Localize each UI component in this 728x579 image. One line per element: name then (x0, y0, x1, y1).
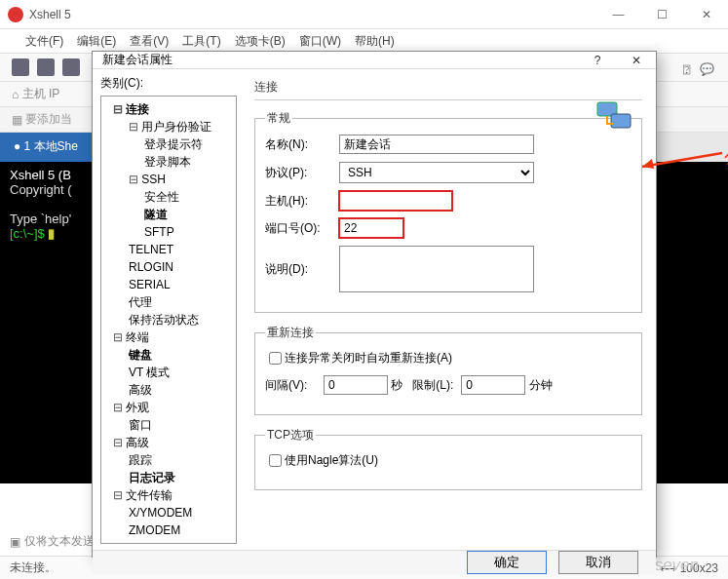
tree-keepalive[interactable]: 保持活动状态 (103, 311, 234, 328)
svg-marker-3 (642, 159, 654, 169)
dialog-help-button[interactable]: ? (578, 54, 617, 67)
unit-sec: 秒 (391, 377, 402, 394)
tool-dropdown-icon[interactable] (62, 58, 80, 76)
protocol-select[interactable]: SSH (339, 162, 534, 183)
tree-telnet[interactable]: TELNET (103, 241, 234, 258)
port-label: 端口号(O): (265, 220, 339, 237)
name-label: 名称(N): (265, 136, 339, 153)
tree-login-script[interactable]: 登录脚本 (103, 153, 234, 171)
menu-edit[interactable]: 编辑(E) (77, 33, 116, 50)
menu-tools[interactable]: 工具(T) (182, 33, 220, 50)
legend-tcp: TCP选项 (265, 427, 316, 444)
hostbar-label: 主机 IP (22, 86, 60, 102)
svg-rect-1 (611, 114, 631, 128)
name-input[interactable] (339, 135, 534, 154)
auto-reconnect-checkbox[interactable] (269, 352, 282, 365)
add-icon: ▦ (12, 113, 22, 127)
tree-serial[interactable]: SERIAL (103, 276, 234, 293)
tree-log[interactable]: 日志记录 (103, 469, 234, 486)
menu-window[interactable]: 窗口(W) (299, 33, 341, 50)
tree-xymodem[interactable]: X/YMODEM (103, 504, 234, 521)
send-icon: ▣ (10, 535, 20, 549)
group-general: 常规 名称(N): 协议(P): SSH 主机(H): 端口号(O): (254, 110, 642, 313)
tree-proxy[interactable]: 代理 (103, 293, 234, 311)
menu-file[interactable]: 文件(F) (25, 33, 63, 50)
category-tree[interactable]: 连接 用户身份验证 登录提示符 登录脚本 SSH 安全性 隧道 SFTP TEL… (100, 96, 237, 544)
tree-terminal[interactable]: 终端 (103, 328, 234, 346)
tree-rlogin[interactable]: RLOGIN (103, 258, 234, 276)
help-icon[interactable]: ⍰ (683, 62, 690, 76)
dialog-close-button[interactable]: ✕ (617, 54, 656, 67)
app-icon (8, 7, 23, 22)
tree-sftp[interactable]: SFTP (103, 223, 234, 241)
nagle-checkbox[interactable] (269, 454, 282, 467)
tree-auth[interactable]: 用户身份验证 (103, 118, 234, 135)
tree-vtmode[interactable]: VT 模式 (103, 364, 234, 381)
tree-tunnel[interactable]: 隧道 (103, 206, 234, 223)
tree-window[interactable]: 窗口 (103, 416, 234, 434)
tree-advanced[interactable]: 高级 (103, 381, 234, 399)
tree-filetransfer[interactable]: 文件传输 (103, 486, 234, 504)
tree-security[interactable]: 安全性 (103, 188, 234, 206)
ok-button[interactable]: 确定 (467, 551, 547, 574)
addbar-label: 要添加当 (25, 111, 72, 128)
nagle-label: 使用Nagle算法(U) (285, 452, 378, 469)
tree-appearance[interactable]: 外观 (103, 399, 234, 416)
tab-local-shell[interactable]: ● 1 本地She (0, 133, 93, 162)
dialog-title: 新建会话属性 (102, 52, 578, 68)
terminal-prompt: [c:\~]$ ▮ (10, 226, 55, 241)
legend-general: 常规 (265, 110, 292, 127)
status-size: ⟷ 100x23 (660, 561, 718, 575)
limit-label: 限制(L): (412, 377, 461, 394)
section-connection: 连接 (254, 79, 642, 100)
status-connection: 未连接。 (10, 560, 57, 576)
host-input[interactable] (339, 191, 452, 211)
home-icon: ⌂ (12, 88, 19, 101)
window-title: Xshell 5 (29, 8, 596, 21)
auto-reconnect-label: 连接异常关闭时自动重新连接(A) (285, 350, 452, 367)
connection-icon (595, 98, 634, 134)
menubar: 文件(F) 编辑(E) 查看(V) 工具(T) 选项卡(B) 窗口(W) 帮助(… (0, 29, 728, 53)
protocol-label: 协议(P): (265, 165, 339, 181)
group-tcp: TCP选项 使用Nagle算法(U) (254, 427, 642, 490)
session-properties-dialog: 新建会话属性 ? ✕ 类别(C): 连接 用户身份验证 登录提示符 登录脚本 S… (92, 51, 657, 558)
cancel-button[interactable]: 取消 (558, 551, 638, 574)
tree-login-prompt[interactable]: 登录提示符 (103, 135, 234, 153)
tree-connection[interactable]: 连接 (103, 100, 234, 118)
tool-new-icon[interactable] (12, 58, 29, 76)
desc-textarea[interactable] (339, 246, 534, 292)
menu-view[interactable]: 查看(V) (130, 33, 169, 50)
desc-label: 说明(D): (265, 261, 339, 278)
tree-ssh[interactable]: SSH (103, 171, 234, 188)
legend-reconnect: 重新连接 (265, 325, 316, 341)
tree-trace[interactable]: 跟踪 (103, 451, 234, 469)
chat-icon[interactable]: 💬 (700, 62, 714, 76)
group-reconnect: 重新连接 连接异常关闭时自动重新连接(A) 间隔(V): 秒 限制(L): 分钟 (254, 325, 642, 415)
tool-open-icon[interactable] (37, 58, 55, 76)
minimize-button[interactable]: — (596, 0, 640, 29)
close-button[interactable]: ✕ (684, 0, 728, 29)
unit-min: 分钟 (529, 377, 553, 394)
host-label: 主机(H): (265, 193, 339, 210)
category-label: 类别(C): (100, 75, 237, 92)
tree-zmodem[interactable]: ZMODEM (103, 521, 234, 539)
tree-keyboard[interactable]: 键盘 (103, 346, 234, 364)
port-input[interactable] (339, 218, 403, 238)
tree-advanced2[interactable]: 高级 (103, 434, 234, 451)
menu-help[interactable]: 帮助(H) (355, 33, 395, 50)
interval-input[interactable] (324, 375, 388, 395)
maximize-button[interactable]: ☐ (640, 0, 684, 29)
limit-input[interactable] (461, 375, 525, 395)
interval-label: 间隔(V): (265, 377, 324, 394)
menu-tabs[interactable]: 选项卡(B) (235, 33, 286, 50)
